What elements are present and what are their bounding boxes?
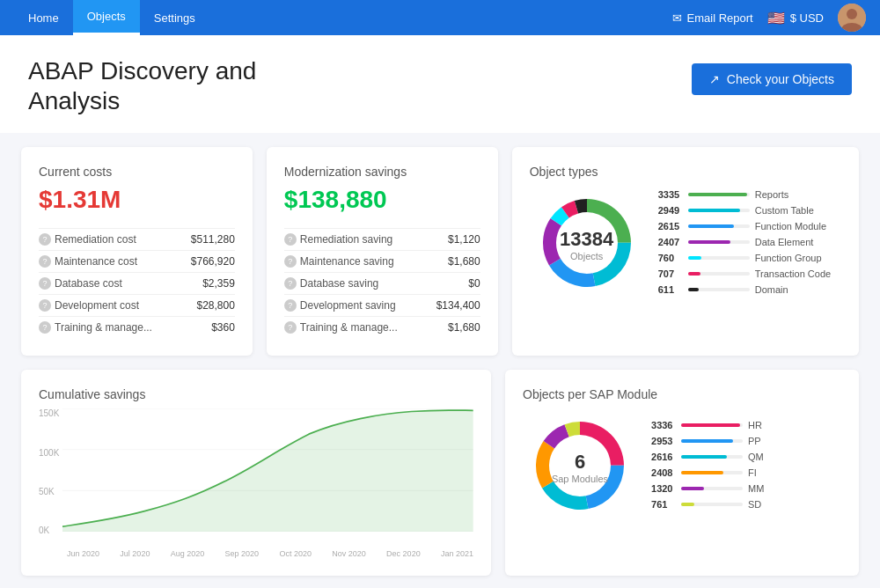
legend-item: 3335 Reports — [658, 189, 841, 200]
legend-item: 1320 MM — [651, 483, 841, 494]
cumulative-savings-title: Cumulative savings — [39, 387, 473, 401]
cost-row: ? Training & manage... $1,680 — [284, 316, 480, 338]
modernization-value: $138,880 — [284, 186, 480, 214]
help-icon: ? — [39, 321, 51, 334]
cost-row: ? Database saving $0 — [284, 272, 480, 294]
cost-row: ? Maintenance cost $766,920 — [39, 250, 235, 272]
email-report-button[interactable]: ✉ Email Report — [672, 11, 753, 25]
current-costs-rows: ? Remediation cost $511,280 ? Maintenanc… — [39, 228, 235, 338]
modernization-title: Modernization savings — [284, 165, 480, 179]
user-avatar[interactable] — [838, 4, 866, 32]
cost-row: ? Maintenance saving $1,680 — [284, 250, 480, 272]
legend-item: 3336 HR — [651, 420, 841, 430]
help-icon: ? — [284, 277, 297, 290]
sap-module-legend: 3336 HR 2953 PP 2616 QM 2408 FI 1320 — [651, 420, 841, 515]
y-label-50k: 50K — [39, 487, 59, 496]
object-types-card: Object types 13384 Objects 3335 Reports … — [512, 147, 859, 356]
legend-item: 611 Domain — [658, 284, 841, 295]
nav-objects[interactable]: Objects — [73, 0, 140, 35]
legend-item: 2615 Function Module — [658, 221, 841, 232]
help-icon: ? — [284, 233, 297, 246]
x-labels: Jun 2020Jul 2020Aug 2020Sep 2020Oct 2020… — [67, 549, 473, 558]
svg-point-1 — [847, 9, 857, 19]
arrow-icon: ↗ — [709, 72, 720, 86]
object-types-title: Object types — [530, 165, 841, 179]
y-label-150k: 150K — [39, 408, 59, 418]
cost-row: ? Development cost $28,800 — [39, 294, 235, 316]
cost-row: ? Remediation saving $1,120 — [284, 228, 480, 250]
cumulative-savings-card: Cumulative savings 150K 100K 50K 0K — [21, 370, 491, 576]
object-types-donut: 13384 Objects — [530, 186, 644, 303]
sap-module-donut: 6 Sap Modules — [523, 408, 637, 526]
sap-module-card: Objects per SAP Module 6 Sap Modules 333… — [505, 370, 859, 576]
cost-row: ? Database cost $2,359 — [39, 272, 235, 294]
legend-item: 760 Function Group — [658, 253, 841, 263]
help-icon: ? — [39, 233, 51, 246]
help-icon: ? — [284, 299, 297, 312]
sap-module-title: Objects per SAP Module — [523, 387, 841, 401]
current-costs-title: Current costs — [39, 165, 235, 179]
flag-icon: 🇺🇸 — [767, 10, 785, 26]
modernization-savings-card: Modernization savings $138,880 ? Remedia… — [267, 147, 498, 356]
legend-item: 2953 PP — [651, 436, 841, 446]
savings-chart-svg — [62, 408, 473, 532]
nav-home[interactable]: Home — [14, 0, 73, 35]
object-types-legend: 3335 Reports 2949 Custom Table 2615 Func… — [658, 189, 841, 300]
nav-settings[interactable]: Settings — [140, 0, 209, 35]
cost-row: ? Training & manage... $360 — [39, 316, 235, 338]
cost-row: ? Remediation cost $511,280 — [39, 228, 235, 250]
check-objects-button[interactable]: ↗ Check your Objects — [692, 63, 852, 95]
modernization-rows: ? Remediation saving $1,120 ? Maintenanc… — [284, 228, 480, 338]
legend-item: 2949 Custom Table — [658, 205, 841, 216]
legend-item: 761 SD — [651, 499, 841, 510]
page-header: ABAP Discovery and Analysis ↗ Check your… — [0, 35, 880, 133]
legend-item: 2407 Data Element — [658, 237, 841, 247]
email-icon: ✉ — [672, 11, 682, 25]
currency-selector[interactable]: 🇺🇸 $ USD — [767, 10, 824, 26]
help-icon: ? — [39, 299, 51, 312]
y-label-100k: 100K — [39, 448, 59, 458]
legend-item: 707 Transaction Code — [658, 268, 841, 279]
help-icon: ? — [39, 255, 51, 268]
current-costs-value: $1.31M — [39, 186, 235, 214]
current-costs-card: Current costs $1.31M ? Remediation cost … — [21, 147, 253, 356]
legend-item: 2616 QM — [651, 452, 841, 462]
help-icon: ? — [284, 255, 297, 268]
legend-item: 2408 FI — [651, 467, 841, 478]
navigation: Home Objects Settings ✉ Email Report 🇺🇸 … — [0, 0, 880, 35]
page-title: ABAP Discovery and Analysis — [28, 56, 256, 115]
help-icon: ? — [39, 277, 51, 290]
help-icon: ? — [284, 321, 297, 334]
cost-row: ? Development saving $134,400 — [284, 294, 480, 316]
y-label-0k: 0K — [39, 526, 59, 535]
